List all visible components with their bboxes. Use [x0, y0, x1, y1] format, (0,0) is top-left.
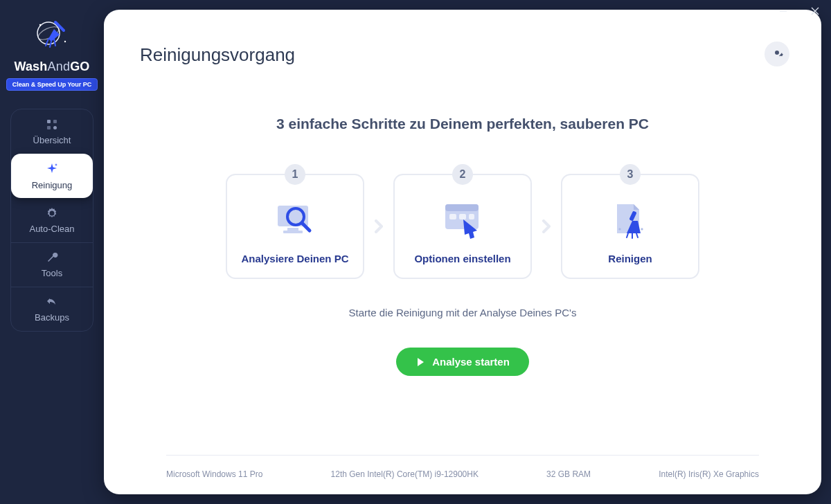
sidebar-item-cleaning[interactable]: Reinigung — [11, 154, 93, 198]
nav-label: Auto-Clean — [29, 224, 74, 234]
svg-rect-16 — [449, 214, 456, 219]
close-button[interactable] — [799, 0, 831, 22]
step-number: 2 — [452, 164, 473, 185]
page-title: Reinigungsvorgang — [140, 44, 785, 66]
footer-gpu: Intel(R) Iris(R) Xe Graphics — [659, 469, 759, 479]
svg-rect-15 — [445, 204, 479, 211]
svg-point-3 — [39, 24, 41, 26]
sidebar: WashAndGO Clean & Speed Up Your PC Übers… — [0, 0, 104, 504]
broom-globe-icon — [33, 17, 71, 54]
svg-rect-11 — [283, 231, 303, 233]
system-info-footer: Microsoft Windows 11 Pro 12th Gen Intel(… — [140, 445, 785, 494]
steps-row: 1 Analysiere Deinen PC 2 — [140, 174, 785, 279]
chevron-right-icon — [374, 219, 384, 233]
dashboard-icon — [46, 118, 58, 131]
brand-tagline: Clean & Speed Up Your PC — [6, 78, 98, 91]
svg-point-8 — [53, 126, 57, 129]
nav-label: Tools — [42, 268, 62, 278]
nav-label: Reinigung — [32, 180, 73, 190]
brand-name: WashAndGO — [14, 60, 89, 74]
start-analysis-button[interactable]: Analyse starten — [396, 348, 529, 376]
app-logo: WashAndGO Clean & Speed Up Your PC — [6, 17, 98, 91]
footer-os: Microsoft Windows 11 Pro — [166, 469, 262, 479]
brand-part-2: And — [48, 60, 71, 73]
step-label: Reinigen — [608, 253, 652, 264]
headline: 3 einfache Schritte zu Deinem perfekten,… — [140, 116, 785, 132]
step-number: 1 — [285, 164, 305, 185]
svg-rect-10 — [287, 228, 298, 231]
sidebar-item-autoclean[interactable]: Auto-Clean — [11, 198, 93, 242]
svg-point-4 — [64, 41, 66, 42]
svg-rect-7 — [47, 126, 51, 129]
step-number: 3 — [620, 164, 641, 185]
sub-text: Starte die Reinigung mit der Analyse Dei… — [140, 307, 785, 318]
main-panel: Reinigungsvorgang 3 einfache Schritte zu… — [104, 10, 821, 494]
svg-rect-0 — [780, 11, 787, 12]
settings-button[interactable] — [765, 42, 789, 66]
analyze-pc-icon — [271, 199, 319, 243]
brand-part-1: Wash — [14, 60, 47, 73]
gear-icon — [46, 207, 58, 219]
sidebar-item-backups[interactable]: Backups — [11, 287, 93, 331]
wrench-icon — [46, 251, 58, 264]
sidebar-item-tools[interactable]: Tools — [11, 242, 93, 287]
step-card-analyze: 1 Analysiere Deinen PC — [226, 174, 364, 279]
minimize-button[interactable] — [767, 0, 799, 22]
step-card-clean: 3 Reinigen — [561, 174, 699, 279]
sidebar-item-overview[interactable]: Übersicht — [11, 109, 93, 154]
options-icon — [438, 199, 487, 243]
cta-label: Analyse starten — [432, 356, 510, 368]
nav-label: Übersicht — [33, 135, 71, 145]
nav-label: Backups — [35, 312, 69, 323]
gear-icon — [771, 46, 783, 62]
svg-rect-17 — [459, 214, 466, 219]
play-icon — [416, 357, 425, 367]
footer-ram: 32 GB RAM — [546, 469, 591, 479]
sparkle-icon — [45, 162, 59, 176]
nav-group: Übersicht Reinigung Auto-Clean Tools Bac… — [10, 109, 93, 332]
clean-document-icon — [606, 199, 654, 243]
svg-rect-5 — [47, 120, 51, 123]
step-label: Optionen einstellen — [414, 253, 510, 264]
chevron-right-icon — [542, 219, 551, 233]
undo-icon — [46, 296, 58, 308]
window-controls — [767, 0, 831, 22]
brand-part-3: GO — [70, 60, 89, 73]
footer-cpu: 12th Gen Intel(R) Core(TM) i9-12900HK — [331, 469, 479, 479]
step-label: Analysiere Deinen PC — [241, 253, 348, 264]
svg-rect-18 — [469, 214, 474, 219]
svg-rect-6 — [53, 120, 57, 123]
step-card-options: 2 Optionen einstellen — [393, 174, 532, 279]
